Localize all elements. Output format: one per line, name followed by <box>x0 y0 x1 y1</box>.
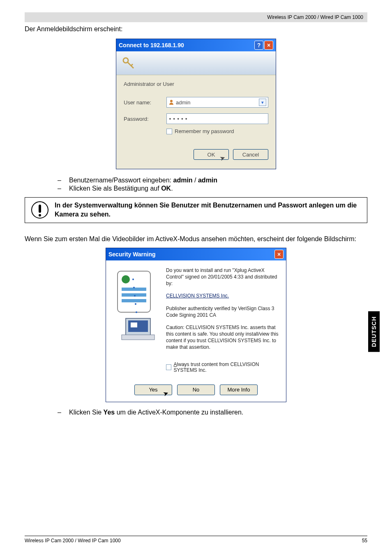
ok-label: OK <box>208 152 215 158</box>
always-trust-label: Always trust content from CELLVISION SYS… <box>174 362 279 373</box>
header-bar: Wireless IP Cam 2000 / Wired IP Cam 1000 <box>25 12 367 22</box>
connect-dialog-title: Connect to 192.168.1.90 <box>119 42 184 48</box>
remember-label: Remember my password <box>175 128 234 134</box>
security-title: Security Warning <box>108 251 156 258</box>
username-field[interactable]: admin ▾ <box>166 97 268 108</box>
svg-line-1 <box>127 62 134 68</box>
chevron-down-icon[interactable]: ▾ <box>259 99 266 106</box>
keys-icon <box>121 56 136 71</box>
svg-rect-11 <box>122 299 146 302</box>
footer-page: 55 <box>362 538 367 543</box>
footer-left: Wireless IP Cam 2000 / Wired IP Cam 1000 <box>25 538 121 543</box>
language-tab: DEUTSCH <box>368 311 380 352</box>
password-field[interactable]: ••••• <box>166 113 268 124</box>
help-icon[interactable]: ? <box>254 41 263 50</box>
svg-point-15 <box>135 303 136 305</box>
user-icon <box>168 99 174 105</box>
security-titlebar: Security Warning × <box>106 248 286 260</box>
cursor-icon: ➤ <box>162 389 170 398</box>
svg-point-8 <box>122 275 130 283</box>
list-item: –Klicken Sie Yes um die ActiveX-Komponen… <box>58 409 367 416</box>
always-trust-checkbox[interactable] <box>166 364 171 370</box>
security-p3: Caution: CELLVISION SYSTEMS Inc. asserts… <box>166 324 279 351</box>
more-info-button[interactable]: More Info <box>220 385 258 395</box>
list-item: –Benutzername/Passwort eingeben: admin /… <box>58 177 367 184</box>
svg-point-13 <box>133 287 135 288</box>
security-p1: Do you want to install and run "Xplug Ac… <box>166 267 279 287</box>
software-install-icon <box>113 267 159 341</box>
svg-rect-20 <box>131 322 137 327</box>
close-icon[interactable]: × <box>274 250 284 259</box>
no-button[interactable]: No <box>177 385 215 395</box>
password-label: Password: <box>124 116 166 122</box>
close-icon[interactable]: × <box>264 41 273 50</box>
bullet-list-2: –Klicken Sie Yes um die ActiveX-Komponen… <box>58 409 367 416</box>
svg-point-16 <box>136 311 137 313</box>
svg-rect-5 <box>39 205 41 213</box>
cursor-icon: ➤ <box>219 153 226 162</box>
list-item: –Klicken Sie als Bestätigung auf OK. <box>58 185 367 192</box>
attention-icon <box>31 201 49 219</box>
connect-dialog: Connect to 192.168.1.90 ? × Administrato… <box>116 39 276 169</box>
realm-label: Administrator or User <box>124 81 268 87</box>
yes-button[interactable]: Yes ➤ <box>134 385 172 395</box>
bullet-list-1: –Benutzername/Passwort eingeben: admin /… <box>58 177 367 192</box>
note-box: In der Systemverwaltung können Sie Benut… <box>25 197 367 223</box>
svg-rect-19 <box>122 335 154 340</box>
publisher-link[interactable]: CELLVISION SYSTEMS Inc. <box>166 293 229 299</box>
dialog-banner <box>116 51 276 75</box>
ok-button[interactable]: OK ➤ <box>194 149 229 160</box>
svg-point-14 <box>134 295 136 297</box>
svg-point-12 <box>132 279 134 280</box>
security-p2: Publisher authenticity verified by VeriS… <box>166 305 279 318</box>
body-text-2: Wenn Sie zum ersten Mal die Videobilder … <box>25 235 367 243</box>
cancel-button[interactable]: Cancel <box>233 149 268 160</box>
svg-point-6 <box>39 214 41 216</box>
username-label: User name: <box>124 99 166 106</box>
yes-label: Yes <box>149 387 157 393</box>
svg-line-2 <box>131 64 133 66</box>
password-value: ••••• <box>168 116 189 122</box>
remember-checkbox[interactable] <box>166 129 172 134</box>
page-footer: Wireless IP Cam 2000 / Wired IP Cam 1000… <box>25 536 367 543</box>
security-warning-dialog: Security Warning × <box>106 248 286 402</box>
note-text: In der Systemverwaltung können Sie Benut… <box>55 201 361 219</box>
intro-text: Der Anmeldebildschirm erscheint: <box>25 25 367 33</box>
svg-rect-10 <box>122 293 146 297</box>
username-value: admin <box>176 99 190 106</box>
svg-point-3 <box>170 100 173 102</box>
connect-dialog-titlebar: Connect to 192.168.1.90 ? × <box>116 39 276 51</box>
